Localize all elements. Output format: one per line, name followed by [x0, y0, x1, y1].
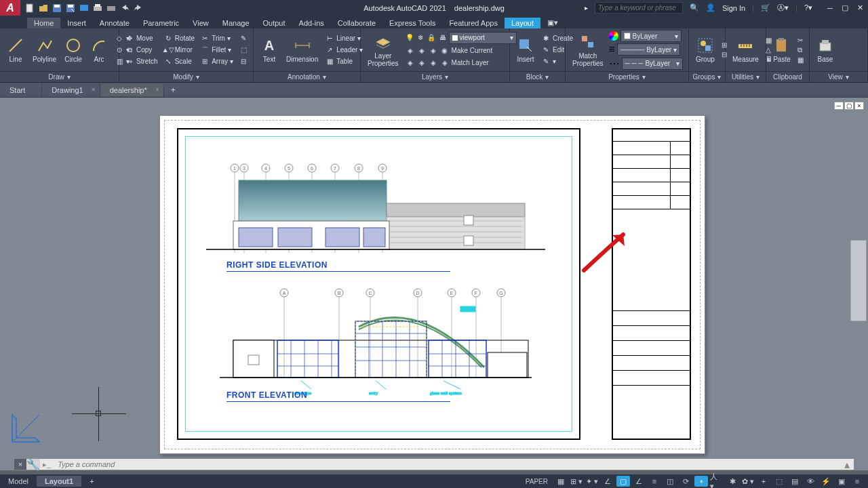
- undo-icon[interactable]: [119, 3, 130, 14]
- stretch-button[interactable]: ⇔Stretch: [123, 56, 159, 67]
- text-button[interactable]: AText: [258, 35, 281, 64]
- cut-icon[interactable]: ✂: [796, 36, 805, 45]
- save-icon[interactable]: [52, 3, 62, 14]
- help-icon[interactable]: ?▾: [804, 3, 812, 12]
- ortho-toggle[interactable]: ✦ ▾: [585, 476, 599, 487]
- arc-button[interactable]: Arc: [87, 35, 111, 64]
- tab-collaborate[interactable]: Collaborate: [331, 18, 382, 28]
- open-icon[interactable]: [38, 3, 49, 14]
- grid-toggle[interactable]: ▦: [554, 476, 568, 487]
- table-button[interactable]: ▦Table: [323, 56, 364, 67]
- search-icon[interactable]: 🔍: [690, 3, 699, 12]
- panel-title-draw[interactable]: Draw ▾: [0, 71, 119, 82]
- dimension-button[interactable]: Dimension: [283, 35, 321, 64]
- model-viewport[interactable]: 1 3 4 5 6 7 8 9: [185, 136, 572, 432]
- lineweight-toggle[interactable]: ≡: [648, 476, 661, 487]
- tab-output[interactable]: Output: [256, 18, 292, 28]
- close-icon[interactable]: ×: [155, 86, 159, 94]
- lineweight-dropdown[interactable]: ─────ByLayer▾: [617, 43, 680, 56]
- linetype-dropdown[interactable]: ─ ─ ─ByLayer▾: [622, 58, 683, 70]
- vp-restore[interactable]: ▢: [844, 102, 854, 110]
- modify-a[interactable]: ✎: [237, 33, 250, 44]
- workspace-switch[interactable]: ✿ ▾: [741, 476, 755, 487]
- panel-title-view[interactable]: View ▾: [810, 71, 867, 82]
- doctab-dealership[interactable]: dealership*×: [100, 84, 164, 96]
- layer-lock-icon[interactable]: 🔒: [426, 32, 437, 44]
- model-tab[interactable]: Model: [0, 476, 37, 487]
- tab-featured[interactable]: Featured Apps: [442, 18, 505, 28]
- vp-close[interactable]: ×: [854, 102, 864, 110]
- color-wheel-icon[interactable]: [609, 31, 618, 41]
- linear-button[interactable]: ⊢Linear ▾: [323, 33, 364, 44]
- plot-icon[interactable]: [92, 3, 103, 14]
- tab-layout[interactable]: Layout: [505, 18, 540, 28]
- close-button[interactable]: ✕: [854, 3, 865, 13]
- add-layout-tab[interactable]: +: [81, 476, 102, 487]
- search-input[interactable]: [595, 2, 683, 14]
- hardware-accel[interactable]: ⚡: [819, 476, 833, 487]
- add-tab-button[interactable]: +: [164, 83, 182, 97]
- paste-button[interactable]: Paste: [770, 35, 793, 64]
- doctab-start[interactable]: Start: [0, 84, 42, 96]
- panel-title-block[interactable]: Block ▾: [510, 71, 565, 82]
- transparency-toggle[interactable]: ◫: [663, 476, 677, 487]
- tab-home[interactable]: Home: [27, 18, 60, 28]
- tab-manage[interactable]: Manage: [216, 18, 256, 28]
- panel-title-layers[interactable]: Layers ▾: [361, 71, 509, 82]
- cmdline-expand[interactable]: ▴: [840, 458, 854, 471]
- redo-icon[interactable]: [133, 3, 144, 14]
- tab-addins[interactable]: Add-ins: [292, 18, 331, 28]
- annotation-scale[interactable]: ⍏: [694, 476, 708, 487]
- quick-properties[interactable]: ▤: [788, 476, 802, 487]
- share-icon[interactable]: ▸: [585, 4, 588, 12]
- tab-view[interactable]: View: [186, 18, 216, 28]
- layer-dropdown[interactable]: viewport▾: [449, 32, 517, 44]
- tab-annotate[interactable]: Annotate: [93, 18, 136, 28]
- color-dropdown[interactable]: ByLayer▾: [620, 30, 682, 42]
- array-button[interactable]: ⊞Array ▾: [199, 56, 235, 67]
- doctab-drawing1[interactable]: Drawing1×: [42, 84, 100, 96]
- cmdline-customize-icon[interactable]: 🔧: [26, 459, 40, 470]
- vp-minimize[interactable]: ─: [834, 102, 844, 110]
- polar-toggle[interactable]: ∠: [601, 476, 614, 487]
- panel-title-clip[interactable]: Clipboard: [766, 71, 809, 82]
- scale-button[interactable]: ⤡Scale: [162, 56, 196, 67]
- clip-c[interactable]: ▦: [796, 56, 805, 64]
- layer-iso-icon[interactable]: 💡: [404, 32, 415, 44]
- annotation-visibility[interactable]: ✱: [726, 476, 739, 487]
- print-icon[interactable]: [106, 3, 117, 14]
- layer-properties-button[interactable]: Layer Properties: [365, 32, 401, 68]
- scale-list[interactable]: 人 ▾: [710, 476, 724, 487]
- panel-title-utils[interactable]: Utilities ▾: [726, 71, 766, 82]
- modify-b[interactable]: ⬚: [237, 45, 250, 56]
- line-button[interactable]: Line: [4, 35, 27, 64]
- match-properties-button[interactable]: Match Properties: [570, 32, 606, 68]
- cmdline-close[interactable]: ×: [14, 459, 26, 470]
- insert-button[interactable]: Insert: [514, 35, 537, 64]
- panel-title-annot[interactable]: Annotation ▾: [254, 71, 360, 82]
- lineweight-icon[interactable]: ≡: [609, 43, 615, 56]
- base-button[interactable]: Base: [814, 35, 837, 64]
- signin-link[interactable]: Sign In: [722, 4, 745, 12]
- match-layer-button[interactable]: ◈◈◈◈Match Layer: [404, 58, 517, 68]
- circle-button[interactable]: Circle: [62, 35, 85, 64]
- layout1-tab[interactable]: Layout1: [37, 476, 81, 487]
- panel-title-modify[interactable]: Modify ▾: [119, 71, 253, 82]
- rotate-button[interactable]: ↻Rotate: [162, 33, 196, 44]
- copy-button[interactable]: ⧉Copy: [123, 45, 159, 56]
- mirror-button[interactable]: ▲▽Mirror: [162, 45, 196, 56]
- otrack-toggle[interactable]: ∠: [632, 476, 646, 487]
- move-button[interactable]: ✥Move: [123, 33, 159, 44]
- close-icon[interactable]: ×: [92, 86, 96, 94]
- snap-toggle[interactable]: ⊞ ▾: [570, 476, 583, 487]
- tab-insert[interactable]: Insert: [60, 18, 93, 28]
- drawing-canvas[interactable]: ─ ▢ × 1 3 4 5 6 7 8 9: [0, 98, 868, 470]
- copy2-icon[interactable]: ⧉: [796, 45, 805, 55]
- make-current-button[interactable]: ◈◈◈◉Make Current: [404, 45, 517, 56]
- minimize-button[interactable]: ─: [825, 3, 835, 13]
- panel-title-props[interactable]: Properties ▾: [566, 71, 688, 82]
- osnap-toggle[interactable]: ▢: [616, 476, 630, 487]
- leader-button[interactable]: ↗Leader ▾: [323, 45, 364, 56]
- tab-express[interactable]: Express Tools: [382, 18, 442, 28]
- app-logo[interactable]: A: [0, 0, 20, 16]
